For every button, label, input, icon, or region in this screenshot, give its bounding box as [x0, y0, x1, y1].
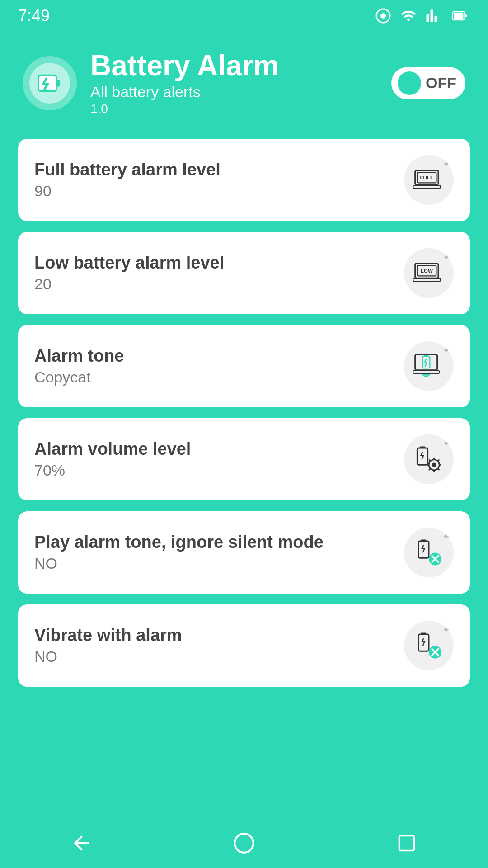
signal-icon — [426, 8, 442, 24]
svg-rect-3 — [454, 13, 464, 19]
settings-list: Full battery alarm level 90 ✦ FULL Low b… — [0, 134, 488, 691]
svg-point-1 — [380, 13, 386, 19]
alarm-tone-icon — [413, 350, 445, 382]
svg-rect-12 — [413, 279, 441, 282]
header-left: Battery Alarm All battery alerts 1.0 — [23, 50, 279, 116]
alarm-volume-icon — [413, 443, 445, 475]
svg-line-29 — [429, 460, 431, 462]
app-subtitle: All battery alerts — [90, 83, 279, 101]
alarm-tone-text: Alarm tone Copycat — [34, 346, 124, 386]
battery-status-icon — [450, 8, 470, 24]
alarm-tone-icon-circle: ✦ — [404, 341, 454, 391]
alarm-volume-card[interactable]: Alarm volume level 70% ✦ — [18, 418, 470, 500]
full-battery-text: Full battery alarm level 90 — [34, 160, 221, 200]
alarm-tone-title: Alarm tone — [34, 346, 124, 366]
svg-point-43 — [235, 834, 253, 853]
alarm-volume-icon-circle: ✦ — [404, 434, 454, 484]
vibrate-value: NO — [34, 648, 182, 665]
full-battery-icon-circle: ✦ FULL — [404, 155, 454, 205]
alarm-tone-value: Copycat — [34, 368, 124, 386]
svg-line-31 — [438, 460, 440, 462]
ignore-silent-icon-circle: ✦ — [404, 528, 454, 577]
recent-apps-button[interactable] — [389, 825, 425, 861]
vibrate-card[interactable]: Vibrate with alarm NO ✦ — [18, 604, 470, 687]
sparkle-dots-3: ✦ — [442, 345, 450, 356]
app-battery-icon — [36, 70, 63, 97]
toggle-label: OFF — [426, 74, 456, 92]
low-battery-icon: LOW — [413, 257, 445, 289]
wifi-icon — [399, 8, 418, 24]
svg-line-30 — [438, 469, 440, 471]
svg-rect-16 — [413, 371, 439, 373]
full-battery-value: 90 — [34, 182, 221, 200]
ignore-silent-card[interactable]: Play alarm tone, ignore silent mode NO ✦ — [18, 511, 470, 594]
svg-text:FULL: FULL — [420, 175, 433, 181]
svg-rect-18 — [424, 355, 428, 357]
home-button[interactable] — [226, 825, 262, 861]
low-battery-title: Low battery alarm level — [34, 253, 224, 273]
app-version: 1.0 — [90, 102, 279, 116]
low-battery-icon-circle: ✦ LOW — [404, 248, 454, 298]
status-time: 7:49 — [18, 6, 50, 25]
alarm-volume-text: Alarm volume level 70% — [34, 439, 191, 479]
ignore-silent-title: Play alarm tone, ignore silent mode — [34, 533, 324, 552]
alarm-volume-value: 70% — [34, 462, 191, 479]
vibrate-title: Vibrate with alarm — [34, 626, 182, 645]
svg-rect-22 — [420, 447, 425, 449]
ignore-silent-value: NO — [34, 555, 324, 572]
svg-rect-33 — [418, 541, 429, 558]
ignore-silent-text: Play alarm tone, ignore silent mode NO — [34, 533, 324, 572]
svg-rect-38 — [418, 634, 429, 651]
svg-rect-34 — [421, 540, 427, 542]
app-icon-wrapper — [23, 56, 77, 110]
svg-point-24 — [432, 463, 436, 467]
svg-rect-4 — [465, 14, 467, 17]
sparkle-dots-5: ✦ — [442, 531, 450, 542]
toggle-knob — [398, 71, 421, 95]
svg-rect-6 — [56, 80, 60, 86]
low-battery-card[interactable]: Low battery alarm level 20 ✦ LOW — [18, 232, 470, 314]
sparkle-dots-2: ✦ — [442, 252, 450, 263]
full-battery-icon: FULL — [413, 164, 445, 196]
status-icons — [375, 8, 470, 24]
full-battery-card[interactable]: Full battery alarm level 90 ✦ FULL — [18, 139, 470, 221]
svg-rect-21 — [417, 448, 427, 465]
app-title: Battery Alarm — [90, 50, 279, 81]
low-battery-value: 20 — [34, 275, 224, 293]
low-battery-text: Low battery alarm level 20 — [34, 253, 224, 293]
svg-line-32 — [429, 469, 431, 471]
svg-rect-44 — [399, 836, 414, 851]
alarm-tone-card[interactable]: Alarm tone Copycat ✦ — [18, 325, 470, 407]
app-header: Battery Alarm All battery alerts 1.0 OFF — [0, 32, 488, 134]
vibrate-icon — [413, 630, 445, 661]
navigation-bar — [0, 818, 488, 868]
header-text: Battery Alarm All battery alerts 1.0 — [90, 50, 279, 116]
sparkle-dots: ✦ — [442, 159, 450, 170]
full-battery-title: Full battery alarm level — [34, 160, 221, 179]
vibrate-icon-circle: ✦ — [404, 621, 454, 670]
back-button[interactable] — [63, 825, 99, 861]
svg-rect-8 — [413, 186, 441, 189]
svg-text:LOW: LOW — [421, 268, 433, 274]
notification-icon — [375, 8, 391, 24]
vibrate-text: Vibrate with alarm NO — [34, 626, 182, 665]
app-icon-inner — [29, 63, 70, 104]
status-bar: 7:49 — [0, 0, 488, 32]
sparkle-dots-4: ✦ — [442, 438, 450, 449]
ignore-silent-icon — [413, 537, 445, 568]
alarm-volume-title: Alarm volume level — [34, 439, 191, 459]
sparkle-dots-6: ✦ — [442, 624, 450, 635]
master-toggle[interactable]: OFF — [391, 67, 465, 99]
svg-rect-39 — [421, 633, 427, 635]
